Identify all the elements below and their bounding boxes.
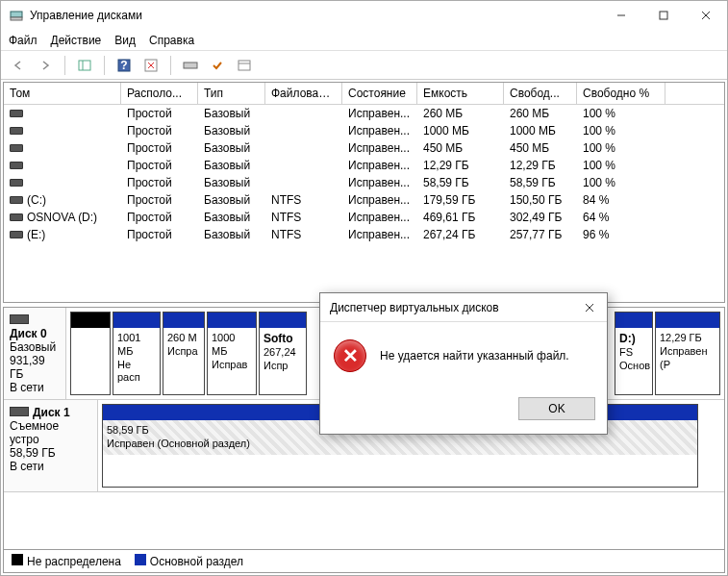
menu-help[interactable]: Справка [149,34,194,47]
legend-primary: Основной раздел [135,554,243,568]
volume-rows: ПростойБазовыйИсправен...260 МБ260 МБ100… [4,105,724,243]
back-button[interactable] [7,54,30,77]
svg-rect-11 [184,63,197,68]
volume-row[interactable]: OSNOVA (D:)ПростойБазовыйNTFSИсправен...… [4,209,724,226]
disk-label[interactable]: Диск 1Съемное устро58,59 ГБВ сети [4,400,98,491]
volume-row[interactable]: ПростойБазовыйИсправен...260 МБ260 МБ100… [4,105,724,122]
volume-icon [10,110,23,117]
volume-row[interactable]: ПростойБазовыйИсправен...12,29 ГБ12,29 Г… [4,157,724,174]
col-filesystem[interactable]: Файловая с... [265,83,342,104]
ok-button[interactable]: OK [518,397,595,420]
svg-text:?: ? [120,59,127,72]
toolbar: ? [1,51,727,80]
legend: Не распределена Основной раздел [3,550,725,573]
volume-icon [10,162,23,169]
partition[interactable]: 1000 МБИсправ [207,312,257,395]
volume-icon [10,196,23,204]
svg-rect-1 [11,17,22,20]
partition[interactable]: D:)FSОснов [615,312,653,395]
error-icon: ✕ [334,339,366,372]
minimize-button[interactable] [600,1,642,30]
help-button[interactable]: ? [113,54,136,77]
window-title: Управление дисками [30,9,600,22]
titlebar: Управление дисками [1,1,727,30]
svg-rect-12 [238,61,250,70]
partition[interactable] [70,312,111,395]
error-dialog: Диспетчер виртуальных дисков ✕ Не удаетс… [319,292,608,435]
maximize-button[interactable] [642,1,685,30]
volume-icon [10,231,23,238]
col-type[interactable]: Тип [198,83,265,104]
volume-row[interactable]: ПростойБазовыйИсправен...58,59 ГБ58,59 Г… [4,174,724,191]
col-status[interactable]: Состояние [342,83,417,104]
volume-icon [10,127,23,135]
forward-button[interactable] [34,54,57,77]
dialog-titlebar: Диспетчер виртуальных дисков [320,293,607,322]
refresh-icon[interactable] [139,54,163,77]
check-icon[interactable] [206,54,229,77]
volume-row[interactable]: (C:)ПростойБазовыйNTFSИсправен...179,59 … [4,191,724,209]
col-freepct[interactable]: Свободно % [577,83,665,104]
app-icon [9,8,24,23]
volume-icon [10,213,23,221]
partition[interactable]: 260 МИспра [163,312,205,395]
disk-icon [10,407,29,416]
volume-icon [10,144,23,152]
partition[interactable]: Softo267,24Испр [259,312,307,395]
svg-rect-0 [11,12,22,17]
volume-row[interactable]: ПростойБазовыйИсправен...450 МБ450 МБ100… [4,139,724,157]
menubar: Файл Действие Вид Справка [1,30,727,51]
dialog-title: Диспетчер виртуальных дисков [330,301,499,314]
close-button[interactable] [685,1,727,30]
disk-icon [10,314,29,324]
partition[interactable]: 12,29 ГБИсправен (Р [655,312,720,395]
column-headers: Том Располо... Тип Файловая с... Состоян… [4,83,724,105]
legend-unallocated: Не распределена [12,554,121,568]
col-layout[interactable]: Располо... [121,83,198,104]
col-tom[interactable]: Том [4,83,121,104]
view-list-button[interactable] [73,54,96,77]
disk-label[interactable]: Диск 0Базовый931,39 ГБВ сети [4,308,66,399]
partition[interactable]: 1001 МБНе расп [113,312,161,395]
volume-row[interactable]: (E:)ПростойБазовыйNTFSИсправен...267,24 … [4,226,724,243]
volume-list: Том Располо... Тип Файловая с... Состоян… [3,82,725,303]
svg-rect-6 [79,61,90,70]
dialog-close-button[interactable] [572,293,607,322]
volume-row[interactable]: ПростойБазовыйИсправен...1000 МБ1000 МБ1… [4,122,724,139]
disk-management-window: Управление дисками Файл Действие Вид Спр… [0,0,728,576]
disk-icon[interactable] [179,54,202,77]
col-capacity[interactable]: Емкость [417,83,504,104]
menu-view[interactable]: Вид [114,34,136,47]
volume-icon [10,179,23,187]
dialog-message: Не удается найти указанный файл. [380,349,569,363]
props-icon[interactable] [233,54,256,77]
menu-action[interactable]: Действие [51,34,102,47]
svg-rect-3 [660,12,667,19]
col-free[interactable]: Свобод... [504,83,577,104]
menu-file[interactable]: Файл [9,34,38,47]
